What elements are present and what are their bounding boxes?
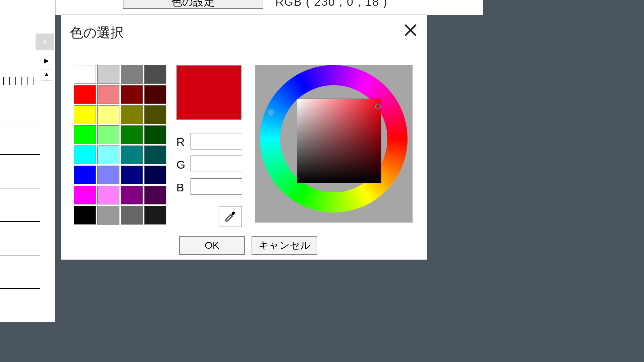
- color-preview: [176, 65, 241, 120]
- swatch[interactable]: [97, 105, 119, 124]
- swatch[interactable]: [144, 186, 166, 204]
- r-spinner[interactable]: ▲▼: [191, 133, 242, 149]
- swatch[interactable]: [144, 125, 166, 144]
- parent-row-divider: [0, 154, 40, 155]
- close-icon: [402, 22, 419, 38]
- up-icon[interactable]: ▲: [41, 69, 52, 80]
- parent-row-divider: [0, 255, 40, 255]
- parent-side-panel: × ▶ ▲: [0, 0, 55, 322]
- b-spinner[interactable]: ▲▼: [191, 178, 242, 195]
- color-settings-button[interactable]: 色の設定: [123, 0, 263, 9]
- swatch[interactable]: [144, 65, 166, 84]
- rgb-row-g: G ▲▼: [176, 156, 247, 172]
- close-button[interactable]: [402, 22, 419, 38]
- g-label: G: [176, 158, 185, 171]
- sv-box[interactable]: [297, 99, 381, 183]
- parent-row-divider: [0, 188, 40, 188]
- rgb-row-r: R ▲▼: [176, 133, 247, 149]
- swatch[interactable]: [121, 65, 143, 84]
- swatch[interactable]: [74, 125, 96, 144]
- color-wheel-area: [255, 65, 413, 223]
- swatch[interactable]: [97, 145, 119, 164]
- color-picker-dialog: 色の選択 R ▲▼ G ▲▼ B ▲▼: [61, 15, 427, 259]
- swatch[interactable]: [74, 206, 96, 225]
- swatch[interactable]: [121, 186, 143, 204]
- swatch[interactable]: [74, 85, 96, 104]
- swatch[interactable]: [144, 206, 166, 225]
- swatch[interactable]: [97, 65, 119, 84]
- hue-cursor[interactable]: [267, 109, 275, 117]
- eyedropper-icon: [224, 210, 236, 223]
- swatch[interactable]: [121, 105, 143, 124]
- swatch[interactable]: [121, 206, 143, 225]
- swatch[interactable]: [97, 186, 119, 204]
- eyedropper-button[interactable]: [219, 206, 242, 227]
- parent-top-strip: 色の設定 RGB ( 230 , 0 , 18 ): [55, 0, 483, 15]
- ok-button[interactable]: OK: [179, 236, 245, 255]
- swatch[interactable]: [121, 125, 143, 144]
- swatch[interactable]: [97, 166, 119, 184]
- rgb-readout: RGB ( 230 , 0 , 18 ): [275, 0, 388, 8]
- swatch[interactable]: [74, 105, 96, 124]
- swatch[interactable]: [144, 145, 166, 164]
- cancel-button[interactable]: キャンセル: [252, 236, 317, 255]
- swatch[interactable]: [144, 105, 166, 124]
- swatch[interactable]: [144, 85, 166, 104]
- parent-row-divider: [0, 221, 40, 222]
- swatch[interactable]: [97, 125, 119, 144]
- parent-row-divider: [0, 121, 40, 121]
- swatch[interactable]: [121, 166, 143, 184]
- swatch[interactable]: [97, 85, 119, 104]
- swatch[interactable]: [74, 65, 96, 84]
- parent-tab-close[interactable]: ×: [36, 34, 54, 50]
- play-icon[interactable]: ▶: [41, 56, 52, 67]
- swatch[interactable]: [74, 166, 96, 184]
- rgb-row-b: B ▲▼: [176, 178, 247, 195]
- b-label: B: [176, 181, 184, 194]
- swatch[interactable]: [97, 206, 119, 225]
- parent-ruler: [0, 67, 40, 94]
- swatch[interactable]: [74, 186, 96, 204]
- swatch[interactable]: [74, 145, 96, 164]
- dialog-title: 色の選択: [70, 23, 124, 42]
- swatch-grid: [74, 65, 166, 225]
- swatch[interactable]: [121, 145, 143, 164]
- r-label: R: [176, 135, 185, 148]
- g-spinner[interactable]: ▲▼: [191, 156, 242, 172]
- parent-row-divider: [0, 288, 40, 289]
- swatch[interactable]: [121, 85, 143, 104]
- swatch[interactable]: [144, 166, 166, 184]
